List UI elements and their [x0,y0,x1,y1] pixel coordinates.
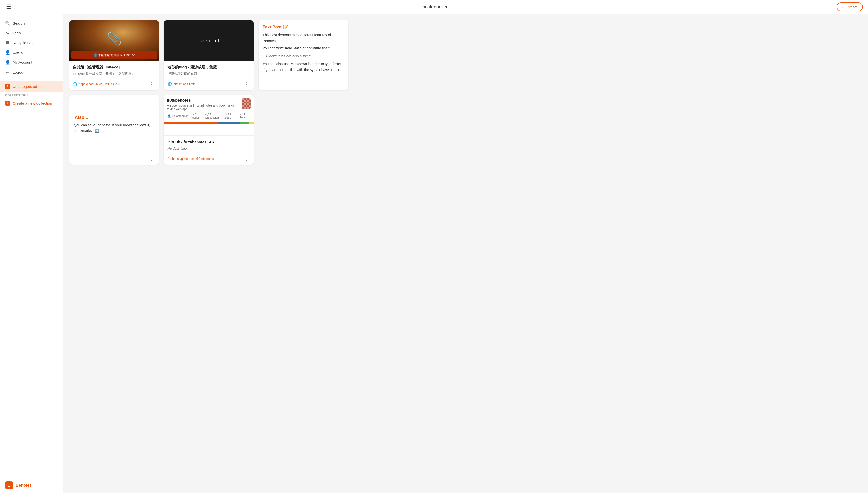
card-url-github[interactable]: ⬡ https://github.com/fr0tt/benotes [167,157,242,161]
page-title: Uncategorized [419,4,449,9]
card-footer-also: ⋮ [69,153,159,165]
users-icon: 👤 [5,50,10,55]
also-card-body: you can save (or paste, if your browser … [74,122,154,134]
sidebar-item-uncategorized[interactable]: 2 Uncategorized [0,81,63,91]
card-image-laosu: laosu.ml [164,20,253,61]
github-icon: ⬡ [167,157,170,161]
link-icon: 📎 [107,32,122,46]
card-url-laosu[interactable]: 🌐 https://laosu.ml/ [167,82,242,86]
create-button[interactable]: ⊕ Create [837,2,863,12]
sidebar-nav: 🔍 Search 🏷 Tags 🗑 Recycle Bin 👤 Users 👤 … [0,14,63,112]
sidebar-item-my-account[interactable]: 👤 My Account [0,57,63,67]
cards-grid: 📎 🌐 书签书签管理器🔖 LinkAce 自托管书签管理器LinkAce | .… [69,20,348,165]
github-stats: 👤 1 Contributor ⊙ 0 Issues 💬 1 Discussio… [164,111,253,121]
sidebar-item-search[interactable]: 🔍 Search [0,18,63,28]
linkace-overlay: 🌐 书签书签管理器🔖 LinkAce [71,51,157,59]
app-logo-icon: 🗒 [5,481,13,490]
github-lang-yellow [249,122,254,124]
text-line-1: This post demonstrates different feature… [263,32,344,44]
sidebar-bottom: 🗒 Benotes [0,477,63,493]
card-image-linkace: 📎 🌐 书签书签管理器🔖 LinkAce [69,20,159,61]
menu-toggle-button[interactable]: ☰ [5,2,12,11]
globe-icon: 🌐 [73,82,77,86]
card-footer-laosu: 🌐 https://laosu.ml/ ⋮ [164,79,253,90]
globe-icon-laosu: 🌐 [167,82,172,86]
card-title-linkace: 自托管书签管理器LinkAce | ... [73,64,155,70]
github-thumb-info: fr0tt/benotes An open source self hosted… [167,98,239,111]
main-layout: 🔍 Search 🏷 Tags 🗑 Recycle Bin 👤 Users 👤 … [0,14,868,493]
my-account-icon: 👤 [5,60,10,65]
create-icon: ⊕ [842,4,845,9]
github-avatar [242,98,251,109]
card-menu-button-also[interactable]: ⋮ [148,155,155,162]
logout-icon: ↩ [5,70,10,74]
card-desc-github: No description [167,146,250,151]
text-line-3: You can also use Markdown in order to ty… [263,61,344,67]
card-title-github: GitHub - fr0tt/benotes: An ... [167,139,250,145]
topbar-left: ☰ [5,2,12,11]
card-desc-linkace: LinkAce 是一款免费、开源的书签管理器。 [73,71,155,76]
github-thumb-desc: An open source self hosted notes and boo… [167,104,239,111]
card-desc-laosu: 折腾各种好玩的东西 [167,71,250,76]
card-menu-button-linkace[interactable]: ⋮ [148,81,155,87]
card-also: Also... you can save (or paste, if your … [69,95,159,165]
card-footer-linkace: 🌐 https://laosu.ml/2022/11/30/%E... ⋮ [69,79,159,90]
sidebar-item-users[interactable]: 👤 Users [0,47,63,57]
card-body-linkace: 自托管书签管理器LinkAce | ... LinkAce 是一款免费、开源的书… [69,61,159,79]
card-title-laosu: 老苏的blog - 聚沙成塔，集腋... [167,64,250,70]
card-menu-button-text-post[interactable]: ⋮ [337,81,345,87]
github-stat-forks: ⑂ 17 Forks [240,113,250,119]
card-text-post: Text Post 📝 This post demonstrates diffe… [259,20,348,90]
main-content: 📎 🌐 书签书签管理器🔖 LinkAce 自托管书签管理器LinkAce | .… [63,14,868,493]
github-lang-green [240,122,249,124]
card-url-linkace[interactable]: 🌐 https://laosu.ml/2022/11/30/%E... [73,82,148,86]
collections-label: COLLECTIONS [0,91,63,98]
github-stat-discussion: 💬 1 Discussion [205,113,221,119]
card-body-laosu: 老苏的blog - 聚沙成塔，集腋... 折腾各种好玩的东西 [164,61,253,79]
uncategorized-icon: 2 [5,84,10,89]
tags-icon: 🏷 [5,31,10,35]
search-icon: 🔍 [5,21,10,26]
card-laosu: laosu.ml 老苏的blog - 聚沙成塔，集腋... 折腾各种好玩的东西 … [164,20,253,90]
card-footer-text-post: ⋮ [259,79,348,90]
github-lang-bar [164,122,253,124]
text-card-body: This post demonstrates different feature… [263,32,344,73]
sidebar-item-tags[interactable]: 🏷 Tags [0,28,63,38]
card-linkace: 📎 🌐 书签书签管理器🔖 LinkAce 自托管书签管理器LinkAce | .… [69,20,159,90]
text-blockquote: Blockquotes are also a thing [263,53,344,59]
github-repo-name: fr0tt/benotes [167,98,239,103]
card-body-text-post: Text Post 📝 This post demonstrates diffe… [259,20,348,79]
text-card-title: Text Post 📝 [263,24,344,30]
github-thumb-top: fr0tt/benotes An open source self hosted… [164,95,253,111]
card-menu-button-laosu[interactable]: ⋮ [243,81,250,87]
github-stat-stars: ☆ 234 Stars [225,113,236,119]
card-footer-github: ⬡ https://github.com/fr0tt/benotes ⋮ [164,153,253,165]
create-collection-icon: + [5,101,10,106]
card-body-also: Also... you can save (or paste, if your … [69,95,159,154]
app-logo-name: Benotes [16,483,32,488]
sidebar: 🔍 Search 🏷 Tags 🗑 Recycle Bin 👤 Users 👤 … [0,14,63,493]
sidebar-item-recycle-bin[interactable]: 🗑 Recycle Bin [0,38,63,47]
topbar: ☰ Uncategorized ⊕ Create [0,0,868,14]
text-line-2: You can write bold, italic or combine th… [263,45,344,51]
github-lang-orange [164,122,218,124]
also-card-title: Also... [74,115,154,120]
github-thumbnail: fr0tt/benotes An open source self hosted… [164,95,253,136]
text-line-4: If you are not familiar with the syntax … [263,67,344,73]
sidebar-create-collection[interactable]: + Create a new collection [0,98,63,108]
card-menu-button-github[interactable]: ⋮ [243,155,250,162]
github-lang-blue [218,122,240,124]
card-github: fr0tt/benotes An open source self hosted… [164,95,253,165]
card-body-github: GitHub - fr0tt/benotes: An ... No descri… [164,136,253,154]
github-stat-contributor: 👤 1 Contributor [167,113,188,119]
sidebar-item-logout[interactable]: ↩ Logout [0,67,63,77]
github-stat-issues: ⊙ 0 Issues [191,113,202,119]
recycle-bin-icon: 🗑 [5,40,10,45]
